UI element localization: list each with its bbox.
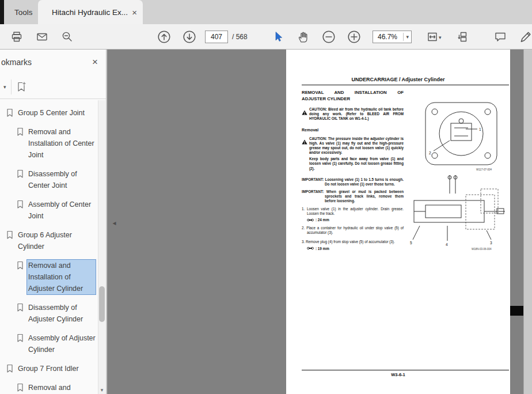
important-text: Loosening valve (1) 1 to 1.5 turns is en…: [325, 177, 404, 186]
bookmark-label: Group 5 Center Joint: [18, 107, 85, 119]
bookmark-icon: [16, 127, 24, 137]
zoom-level-select[interactable]: 46.7% ▾: [373, 31, 412, 43]
caution-text: Keep body parts and face away from valve…: [309, 157, 404, 171]
bookmark-icon: [6, 230, 14, 240]
scroll-down-icon[interactable]: ▾: [98, 387, 105, 393]
scroll-mode-button[interactable]: [456, 29, 471, 44]
step-text: Loosen valve (1) in the adjuster cylinde…: [307, 207, 404, 215]
step-1: 1. Loosen valve (1) in the adjuster cyli…: [302, 207, 404, 216]
page-footer: W3-6-1: [286, 372, 510, 377]
bookmarks-toolbar: ▾: [0, 75, 106, 99]
bookmark-label: Group 7 Front Idler: [18, 363, 79, 374]
tab-bar: Tools Hitachi Hydraulic Ex... ×: [0, 0, 532, 24]
envelope-icon: [36, 31, 48, 43]
document-canvas[interactable]: ◂ UNDERCARRIAGE / Adjuster Cylinder REMO…: [107, 50, 523, 394]
collapse-panel-button[interactable]: ◂: [111, 217, 118, 229]
bookmark-icon: [16, 169, 24, 179]
zoom-out-button[interactable]: [321, 29, 336, 44]
figure-code: W117-07-004: [476, 168, 492, 171]
figure-callout: 3: [490, 241, 492, 245]
bookmark-badge-icon: [16, 81, 26, 93]
annotate-button[interactable]: [518, 29, 532, 44]
speech-bubble-icon: [494, 31, 507, 43]
magnifier-minus-icon: [61, 31, 74, 43]
bookmark-item[interactable]: Group 7 Front Idler: [0, 363, 97, 374]
hand-icon: [297, 31, 310, 43]
bookmark-label: Removal and Installation of Adjuster Cyl…: [27, 260, 96, 294]
page-number-input[interactable]: [205, 31, 228, 43]
figure-callout: 4: [446, 243, 448, 247]
email-button[interactable]: [35, 29, 50, 44]
page-fit-button[interactable]: [425, 29, 440, 44]
zoom-in-button[interactable]: [347, 29, 362, 44]
marquee-zoom-button[interactable]: [60, 29, 75, 44]
panel-options-caret-icon[interactable]: ▾: [0, 79, 12, 94]
hand-tool-button[interactable]: [296, 29, 311, 44]
figure-code: W18N-03-06-004: [472, 248, 492, 251]
arrow-down-circle-icon: [183, 30, 196, 44]
figure-callout: 5: [410, 241, 412, 245]
close-panel-icon[interactable]: ×: [92, 56, 98, 68]
select-tool-button[interactable]: [271, 29, 286, 44]
bookmarks-panel: okmarks × ▾ Group 5 Center Joint Removal…: [0, 50, 107, 394]
figure-callout: 1: [479, 127, 481, 131]
fit-width-icon: [427, 31, 438, 43]
bookmark-label: Group 6 Adjuster Cylinder: [18, 229, 86, 252]
pencil-icon: [519, 30, 532, 44]
bookmarks-panel-title: okmarks: [1, 58, 92, 67]
bookmark-icon: [6, 364, 14, 373]
bookmark-item[interactable]: Assembly of Adjuster Cylinder: [0, 332, 97, 355]
page-header: UNDERCARRIAGE / Adjuster Cylinder: [286, 77, 510, 82]
step-text: Remove plug (4) from stop valve (5) of a…: [306, 240, 395, 244]
warning-triangle-icon: [302, 137, 309, 173]
close-tab-icon[interactable]: ×: [132, 8, 137, 17]
next-page-button[interactable]: [182, 29, 197, 44]
step-text: Place a container for hydraulic oil unde…: [306, 226, 404, 234]
warning-triangle-icon: [302, 107, 309, 123]
tab-document[interactable]: Hitachi Hydraulic Ex... ×: [38, 0, 143, 24]
bookmark-icon: [16, 200, 24, 209]
previous-page-button[interactable]: [157, 29, 172, 44]
sidebar-scrollbar-thumb[interactable]: [99, 286, 105, 322]
cursor-arrow-icon: [272, 31, 285, 43]
minus-circle-icon: [322, 30, 336, 44]
bookmark-item[interactable]: Group 6 Adjuster Cylinder: [0, 229, 97, 252]
scroll-position-marker[interactable]: [510, 306, 523, 316]
vertical-scrollbar[interactable]: [523, 50, 532, 394]
bookmark-item-selected[interactable]: Removal and Installation of Adjuster Cyl…: [0, 260, 97, 294]
tool-size-line: : 19 mm: [307, 246, 404, 251]
step-2: 2. Place a container for hydraulic oil u…: [302, 226, 404, 235]
text-column: REMOVAL AND INSTALLATION OF ADJUSTER CYL…: [302, 90, 404, 254]
bookmark-item[interactable]: Disassembly of Center Joint: [0, 168, 97, 191]
figure-callout: 2: [429, 151, 431, 155]
comment-button[interactable]: [493, 29, 508, 44]
bookmark-item[interactable]: Removal and Installation of Front Idler: [0, 382, 97, 394]
bookmark-label: Disassembly of Center Joint: [28, 168, 97, 191]
step-number: 3.: [302, 240, 305, 244]
chevron-down-icon: ▾: [403, 33, 409, 41]
plus-circle-icon: [347, 30, 361, 44]
window-edge: [0, 0, 4, 24]
wrench-icon: [307, 218, 314, 222]
bookmark-icon: [16, 261, 24, 270]
chevron-down-icon[interactable]: ▾: [439, 35, 442, 40]
tab-tools[interactable]: Tools: [4, 0, 43, 24]
print-button[interactable]: [9, 29, 24, 44]
step-number: 2.: [302, 226, 305, 230]
bookmark-options-button[interactable]: [16, 81, 26, 93]
bookmark-item[interactable]: Removal and Installation of Center Joint: [0, 126, 97, 161]
sidebar-scrollbar[interactable]: ▾: [98, 100, 105, 394]
tool-size-text: : 24 mm: [316, 218, 329, 222]
pdf-viewer-window: Tools Hitachi Hydraulic Ex... ×: [0, 0, 532, 394]
figure-adjuster-valve: 1 2: [414, 99, 507, 169]
important-prefix: IMPORTANT:: [302, 177, 324, 181]
procedure-steps: 1. Loosen valve (1) in the adjuster cyli…: [302, 207, 404, 251]
bookmark-item[interactable]: Disassembly of Adjuster Cylinder: [0, 302, 97, 325]
bookmark-item[interactable]: Group 5 Center Joint: [0, 107, 97, 119]
bookmark-label: Assembly of Adjuster Cylinder: [28, 332, 97, 355]
bookmark-icon: [16, 334, 24, 343]
arrow-up-circle-icon: [157, 30, 171, 44]
bookmark-item[interactable]: Assembly of Center Joint: [0, 199, 97, 222]
section-title: REMOVAL AND INSTALLATION OF ADJUSTER CYL…: [302, 90, 404, 102]
bookmarks-panel-header: okmarks ×: [0, 50, 106, 75]
